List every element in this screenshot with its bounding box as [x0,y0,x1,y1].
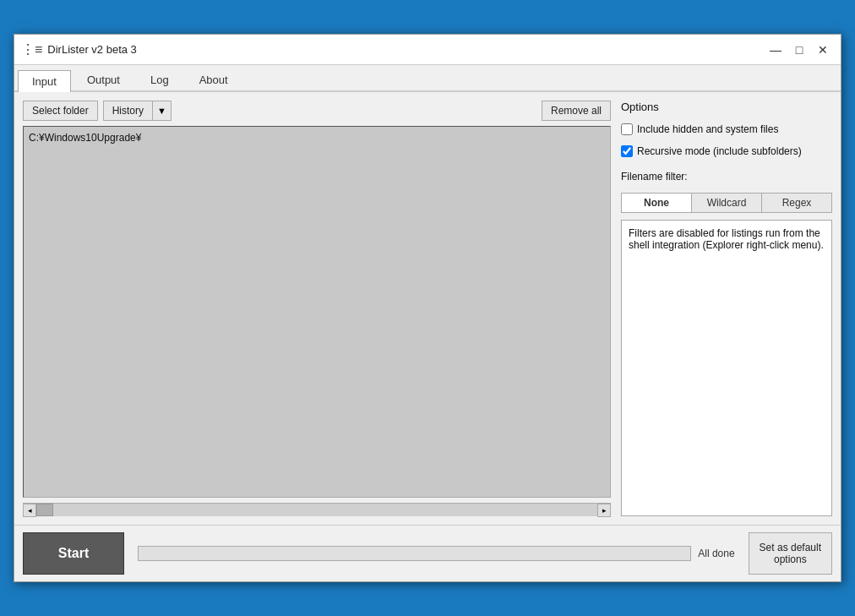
scroll-left-arrow[interactable]: ◂ [23,504,36,517]
filter-tab-none[interactable]: None [622,194,692,212]
history-dropdown: History ▼ [103,101,172,121]
horizontal-scrollbar[interactable]: ◂ ▸ [23,503,611,516]
progress-bar [138,546,691,561]
filter-info-box: Filters are disabled for listings run fr… [621,220,832,516]
folder-list-content: C:¥Windows10Upgrade¥ [27,130,607,145]
set-default-button[interactable]: Set as default options [749,532,832,575]
right-panel: Options Include hidden and system files … [621,101,832,516]
recursive-mode-row[interactable]: Recursive mode (include subfolders) [621,145,832,157]
app-window: ⋮≡ DirLister v2 beta 3 — □ ✕ Input Outpu… [14,34,841,582]
filter-tab-bar: None Wildcard Regex [621,193,832,213]
select-folder-button[interactable]: Select folder [23,101,98,121]
history-arrow-button[interactable]: ▼ [152,101,172,121]
window-title: DirLister v2 beta 3 [47,43,137,56]
progress-text: All done [698,548,734,559]
start-button[interactable]: Start [23,532,124,575]
folder-entry: C:¥Windows10Upgrade¥ [29,132,605,144]
main-content: Select folder History ▼ Remove all C:¥Wi… [14,92,841,525]
tab-output[interactable]: Output [73,68,134,90]
app-icon: ⋮≡ [21,41,42,57]
close-button[interactable]: ✕ [812,41,834,59]
include-hidden-row[interactable]: Include hidden and system files [621,123,832,135]
folder-list[interactable]: C:¥Windows10Upgrade¥ [23,126,611,498]
minimize-button[interactable]: — [765,41,787,59]
progress-area: All done [138,546,735,561]
remove-all-button[interactable]: Remove all [542,101,611,121]
tab-bar: Input Output Log About [14,65,841,92]
include-hidden-label: Include hidden and system files [637,123,778,135]
history-button[interactable]: History [103,101,152,121]
tab-input[interactable]: Input [18,70,71,92]
scroll-thumb[interactable] [36,504,53,516]
scroll-track[interactable] [36,504,597,516]
title-controls: — □ ✕ [765,41,834,59]
include-hidden-checkbox[interactable] [621,123,633,135]
tab-log[interactable]: Log [136,68,183,90]
filename-filter-label: Filename filter: [621,171,832,183]
recursive-mode-checkbox[interactable] [621,145,633,157]
maximize-button[interactable]: □ [788,41,810,59]
left-panel: Select folder History ▼ Remove all C:¥Wi… [23,101,611,516]
footer: Start All done Set as default options [14,525,841,581]
toolbar: Select folder History ▼ Remove all [23,101,611,121]
title-bar-left: ⋮≡ DirLister v2 beta 3 [21,41,137,57]
title-bar: ⋮≡ DirLister v2 beta 3 — □ ✕ [14,35,841,65]
recursive-mode-label: Recursive mode (include subfolders) [637,145,802,157]
filter-tab-wildcard[interactable]: Wildcard [692,194,762,212]
filter-tab-regex[interactable]: Regex [762,194,831,212]
scroll-right-arrow[interactable]: ▸ [597,504,611,517]
options-label: Options [621,101,832,113]
tab-about[interactable]: About [185,68,242,90]
